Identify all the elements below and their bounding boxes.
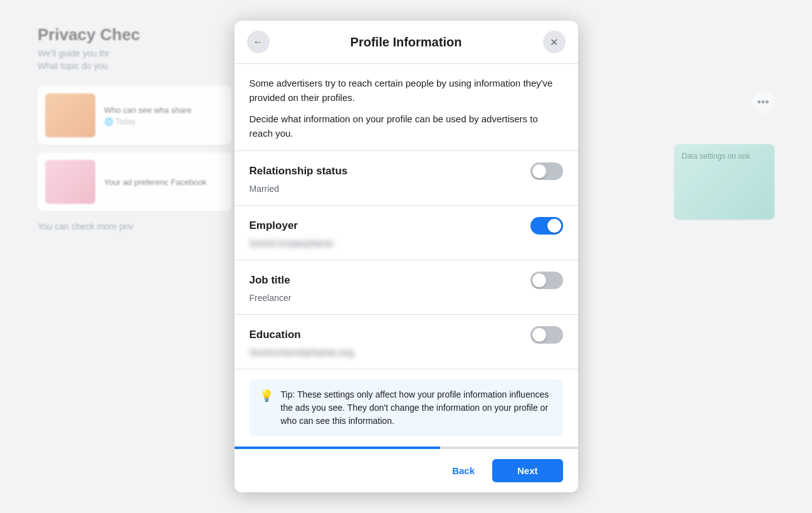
modal-description: Some advertisers try to reach certain pe… (235, 64, 578, 151)
back-arrow-icon: ← (253, 36, 263, 48)
setting-row-education-header: Education (250, 326, 563, 344)
next-button[interactable]: Next (492, 459, 563, 482)
employer-thumb (547, 219, 561, 233)
job-title-thumb (532, 273, 546, 287)
setting-row-relationship-status: Relationship status Married (235, 151, 578, 206)
modal-body: Some advertisers try to reach certain pe… (235, 64, 578, 447)
education-value: SomeUniversityNameLong (250, 347, 563, 357)
close-button[interactable]: ✕ (543, 31, 566, 53)
relationship-status-thumb (532, 164, 546, 178)
modal-backdrop: ← Profile Information ✕ Some advertisers… (0, 0, 812, 513)
modal-header: ← Profile Information ✕ (235, 21, 578, 64)
description-paragraph-2: Decide what information on your profile … (250, 112, 563, 140)
employer-value: SomeCompanyName (250, 238, 563, 248)
job-title-track (530, 272, 563, 289)
employer-label: Employer (250, 219, 298, 232)
job-title-toggle[interactable] (530, 272, 563, 289)
setting-row-job-title-header: Job title (250, 272, 563, 289)
relationship-status-label: Relationship status (250, 165, 348, 177)
back-icon-button[interactable]: ← (247, 31, 270, 53)
setting-row-employer: Employer SomeCompanyName (235, 206, 578, 260)
setting-row-education: Education SomeUniversityNameLong (235, 315, 578, 369)
employer-track (530, 217, 563, 235)
relationship-status-value: Married (250, 184, 563, 194)
job-title-value: Freelancer (250, 293, 563, 303)
setting-row-relationship-header: Relationship status (250, 162, 563, 180)
modal-title: Profile Information (270, 35, 543, 50)
setting-row-job-title: Job title Freelancer (235, 260, 578, 315)
setting-row-employer-header: Employer (250, 217, 563, 235)
tip-icon: 💡 (260, 389, 273, 403)
employer-toggle[interactable] (530, 217, 563, 235)
education-label: Education (250, 329, 301, 341)
modal-footer: Back Next (235, 449, 578, 492)
job-title-label: Job title (250, 274, 290, 287)
back-button[interactable]: Back (442, 460, 485, 481)
close-icon: ✕ (550, 36, 558, 48)
profile-information-modal: ← Profile Information ✕ Some advertisers… (235, 21, 578, 492)
tip-box: 💡 Tip: These settings only affect how yo… (250, 379, 563, 436)
education-track (530, 326, 563, 344)
description-paragraph-1: Some advertisers try to reach certain pe… (250, 77, 563, 105)
education-thumb (532, 328, 546, 342)
relationship-status-toggle[interactable] (530, 162, 563, 180)
tip-text: Tip: These settings only affect how your… (281, 388, 553, 428)
education-toggle[interactable] (530, 326, 563, 344)
relationship-status-track (530, 162, 563, 180)
